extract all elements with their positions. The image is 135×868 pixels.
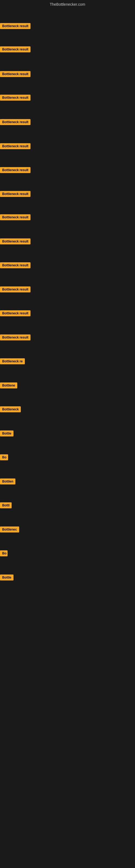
bottleneck-badge-container-13: Bottleneck result bbox=[0, 310, 31, 317]
bottleneck-badge-container-16: Bottlene bbox=[0, 382, 17, 390]
bottleneck-result-badge[interactable]: Bottlene bbox=[0, 382, 17, 389]
bottleneck-result-badge[interactable]: Bottleneck bbox=[0, 406, 21, 412]
bottleneck-badge-container-19: Bo bbox=[0, 454, 8, 461]
bottleneck-badge-container-15: Bottleneck re bbox=[0, 358, 25, 365]
bottleneck-badge-container-24: Bottle bbox=[0, 575, 13, 582]
bottleneck-result-badge[interactable]: Bottleneck result bbox=[0, 95, 31, 101]
bottleneck-result-badge[interactable]: Bottleneck result bbox=[0, 286, 31, 292]
bottleneck-badge-container-14: Bottleneck result bbox=[0, 335, 31, 341]
bottleneck-result-badge[interactable]: Bottle bbox=[0, 431, 13, 436]
bottleneck-result-badge[interactable]: Bottleneck result bbox=[0, 46, 31, 52]
site-title: TheBottlenecker.com bbox=[0, 0, 135, 8]
bottleneck-badge-container-5: Bottleneck result bbox=[0, 119, 31, 126]
bottleneck-badge-container-11: Bottleneck result bbox=[0, 262, 31, 269]
bottleneck-badge-container-1: Bottleneck result bbox=[0, 23, 31, 30]
bottleneck-badge-container-6: Bottleneck result bbox=[0, 143, 31, 150]
bottleneck-badge-container-20: Bottlen bbox=[0, 478, 15, 486]
bottleneck-badge-container-10: Bottleneck result bbox=[0, 239, 31, 246]
bottleneck-result-badge[interactable]: Bottleneck result bbox=[0, 262, 31, 268]
bottleneck-result-badge[interactable]: Bottleneck result bbox=[0, 335, 31, 340]
bottleneck-badge-container-21: Bottl bbox=[0, 502, 12, 509]
bottleneck-result-badge[interactable]: Bottleneck result bbox=[0, 143, 31, 149]
bottleneck-badge-container-2: Bottleneck result bbox=[0, 46, 31, 54]
bottleneck-result-badge[interactable]: Bottleneck result bbox=[0, 71, 31, 77]
bottleneck-result-badge[interactable]: Bo bbox=[0, 550, 8, 556]
bottleneck-result-badge[interactable]: Bo bbox=[0, 454, 8, 460]
bottleneck-result-badge[interactable]: Bottleneck result bbox=[0, 310, 31, 316]
bottleneck-badge-container-18: Bottle bbox=[0, 431, 13, 437]
bottleneck-result-badge[interactable]: Bottleneck re bbox=[0, 358, 25, 364]
bottleneck-badge-container-8: Bottleneck result bbox=[0, 191, 31, 198]
bottleneck-result-badge[interactable]: Bottleneck result bbox=[0, 239, 31, 244]
bottleneck-badge-container-9: Bottleneck result bbox=[0, 214, 31, 221]
bottleneck-result-badge[interactable]: Bottlenec bbox=[0, 527, 19, 532]
bottleneck-badge-container-4: Bottleneck result bbox=[0, 95, 31, 102]
bottleneck-result-badge[interactable]: Bottl bbox=[0, 502, 12, 508]
bottleneck-result-badge[interactable]: Bottleneck result bbox=[0, 119, 31, 125]
bottleneck-result-badge[interactable]: Bottleneck result bbox=[0, 191, 31, 197]
bottleneck-badge-container-22: Bottlenec bbox=[0, 527, 19, 533]
bottleneck-result-badge[interactable]: Bottleneck result bbox=[0, 167, 31, 173]
bottleneck-badge-container-23: Bo bbox=[0, 550, 8, 557]
bottleneck-result-badge[interactable]: Bottleneck result bbox=[0, 214, 31, 220]
bottleneck-result-badge[interactable]: Bottleneck result bbox=[0, 23, 31, 29]
bottleneck-result-badge[interactable]: Bottle bbox=[0, 575, 13, 581]
bottleneck-badge-container-17: Bottleneck bbox=[0, 406, 21, 413]
bottleneck-badge-container-12: Bottleneck result bbox=[0, 286, 31, 293]
bottleneck-badge-container-7: Bottleneck result bbox=[0, 167, 31, 174]
bottleneck-result-badge[interactable]: Bottlen bbox=[0, 478, 15, 485]
bottleneck-badge-container-3: Bottleneck result bbox=[0, 71, 31, 78]
